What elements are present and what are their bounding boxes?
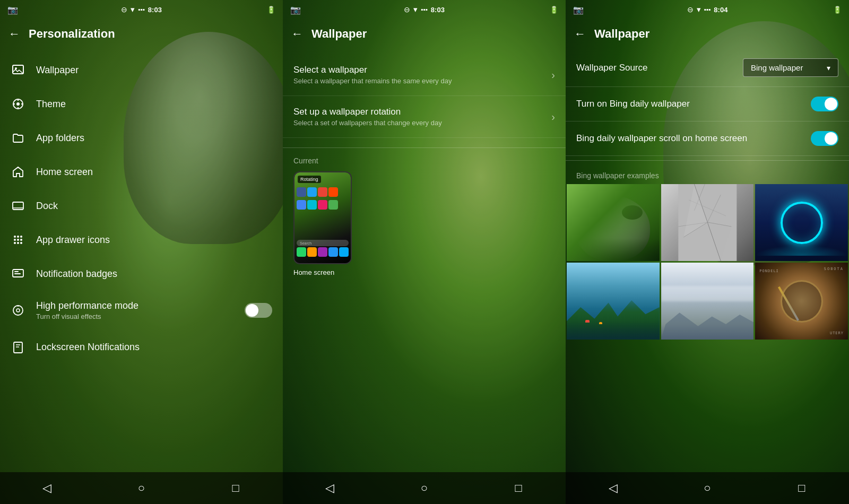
menu-item-app-folders[interactable]: App folders — [0, 121, 283, 155]
panel2-status-bar: 📷 ⊖ ▾ ▪▪▪ 8:03 🔋 — [283, 0, 566, 19]
rotation-title: Set up a wallpaper rotation — [293, 107, 442, 117]
p3-nav-back[interactable]: ◁ — [600, 477, 626, 499]
example-blue[interactable] — [755, 184, 848, 261]
menu-item-dock[interactable]: Dock — [0, 189, 283, 223]
svg-point-17 — [17, 239, 19, 241]
bing-examples-grid: SOBOTA UTERY PONDELI — [567, 184, 848, 340]
p2-battery-icon: 🔋 — [550, 6, 558, 14]
p2-nav-home[interactable]: ○ — [411, 477, 437, 499]
app-folders-icon — [11, 131, 25, 145]
menu-item-lockscreen[interactable]: Lockscreen Notifications — [0, 330, 283, 364]
nav-home[interactable]: ○ — [128, 477, 154, 499]
select-wallpaper-arrow: › — [551, 69, 555, 81]
p2-status-time: 8:03 — [431, 6, 445, 14]
preview-search: Search — [297, 240, 349, 246]
menu-item-notif-badges[interactable]: Notification badges — [0, 257, 283, 291]
high-perf-icon — [11, 303, 25, 318]
signal-icon: ▪▪▪ — [138, 6, 145, 13]
wallpaper-source-row: Wallpaper Source Bing wallpaper ▾ — [566, 49, 849, 87]
panel3-bottom-nav: ◁ ○ □ — [566, 472, 849, 504]
bing-daily-toggle-row: Turn on Bing daily wallpaper — [566, 87, 849, 121]
menu-item-theme[interactable]: Theme — [0, 87, 283, 121]
p3-status-right: 🔋 — [833, 6, 842, 14]
wallpaper-icon — [11, 63, 25, 77]
bing-scroll-toggle[interactable] — [811, 131, 838, 146]
bing-scroll-toggle-row: Bing daily wallpaper scroll on home scre… — [566, 121, 849, 156]
bing-scroll-toggle-knob — [825, 132, 837, 145]
panel1-top-bar: ← Personalization — [0, 19, 283, 49]
svg-point-18 — [20, 239, 22, 241]
high-perf-toggle[interactable] — [245, 303, 272, 318]
wallpaper-source-dropdown[interactable]: Bing wallpaper ▾ — [743, 58, 838, 77]
menu-item-high-perf[interactable]: High performance mode Turn off visual ef… — [0, 291, 283, 330]
p3-signal-icon: ▪▪▪ — [704, 6, 711, 13]
p2-back-button[interactable]: ← — [291, 28, 303, 40]
p3-status-left: 📷 — [573, 5, 584, 15]
example-panda[interactable] — [567, 184, 660, 261]
nav-back[interactable]: ◁ — [34, 477, 60, 499]
p2-status-right: 🔋 — [550, 6, 558, 14]
phone-preview[interactable]: Rotating Search — [293, 171, 352, 264]
svg-point-14 — [17, 236, 19, 238]
notif-badges-icon — [11, 266, 25, 281]
p2-nav-recents[interactable]: □ — [505, 477, 532, 499]
bing-daily-label: Turn on Bing daily wallpaper — [576, 99, 811, 109]
menu-item-app-drawer[interactable]: App drawer icons — [0, 223, 283, 257]
back-button[interactable]: ← — [8, 28, 20, 40]
menu-item-wallpaper[interactable]: Wallpaper — [0, 53, 283, 87]
svg-point-13 — [14, 236, 16, 238]
blue-glow-ring — [781, 202, 823, 244]
bing-scroll-label: Bing daily wallpaper scroll on home scre… — [576, 133, 811, 144]
svg-rect-28 — [14, 342, 22, 353]
rotation-arrow: › — [551, 111, 555, 123]
example-island[interactable] — [567, 263, 660, 340]
rotation-option[interactable]: Set up a wallpaper rotation Select a set… — [283, 96, 566, 138]
bing-daily-toggle-knob — [825, 98, 837, 110]
p2-camera-icon: 📷 — [290, 5, 301, 15]
nav-recents[interactable]: □ — [222, 477, 249, 499]
panel3-top-bar: ← Wallpaper — [566, 19, 849, 49]
app-folders-label: App folders — [36, 133, 84, 144]
p3-nav-home[interactable]: ○ — [694, 477, 721, 499]
p2-status-center: ⊖ ▾ ▪▪▪ 8:03 — [404, 5, 445, 14]
rotating-badge: Rotating — [298, 176, 321, 183]
example-crack[interactable] — [661, 184, 754, 261]
svg-rect-8 — [13, 202, 23, 210]
p2-page-title: Wallpaper — [311, 27, 367, 41]
p3-wifi-icon: ▾ — [697, 5, 701, 14]
lockscreen-label: Lockscreen Notifications — [36, 342, 140, 353]
app-drawer-icon — [11, 232, 25, 247]
wifi-icon: ▾ — [131, 5, 135, 14]
svg-rect-11 — [18, 209, 19, 210]
app-drawer-label: App drawer icons — [36, 234, 110, 246]
camera-status-icon: 📷 — [7, 5, 18, 15]
p2-minus-icon: ⊖ — [404, 5, 410, 14]
example-fog[interactable] — [661, 263, 754, 340]
status-time: 8:03 — [148, 6, 162, 14]
panel-wallpaper: 📷 ⊖ ▾ ▪▪▪ 8:03 🔋 ← Wallpaper Select a wa… — [283, 0, 566, 504]
panel1-bottom-nav: ◁ ○ □ — [0, 472, 283, 504]
svg-rect-23 — [14, 271, 19, 272]
notif-badges-label: Notification badges — [36, 268, 117, 280]
p3-nav-recents[interactable]: □ — [789, 477, 815, 499]
panel2-bottom-nav: ◁ ○ □ — [283, 472, 566, 504]
dropdown-value: Bing wallpaper — [751, 63, 803, 72]
p2-wifi-icon: ▾ — [413, 5, 418, 14]
svg-point-26 — [16, 309, 20, 312]
svg-point-16 — [14, 239, 16, 241]
select-wallpaper-title: Select a wallpaper — [293, 65, 452, 75]
preview-app-icons — [297, 187, 349, 197]
menu-item-home-screen[interactable]: Home screen — [0, 155, 283, 189]
p2-nav-back[interactable]: ◁ — [317, 477, 343, 499]
panda-bg-overlay — [567, 184, 660, 261]
bing-daily-toggle[interactable] — [811, 97, 838, 111]
p3-divider — [566, 160, 849, 161]
select-wallpaper-option[interactable]: Select a wallpaper Select a wallpaper th… — [283, 54, 566, 96]
p3-back-button[interactable]: ← — [574, 28, 586, 40]
p3-status-time: 8:04 — [714, 6, 727, 14]
lockscreen-icon — [11, 340, 25, 354]
home-screen-label: Home screen — [36, 167, 93, 178]
compass-text-left: PONDELI — [759, 269, 779, 273]
example-compass[interactable]: SOBOTA UTERY PONDELI — [755, 263, 848, 340]
home-screen-icon — [11, 164, 25, 179]
